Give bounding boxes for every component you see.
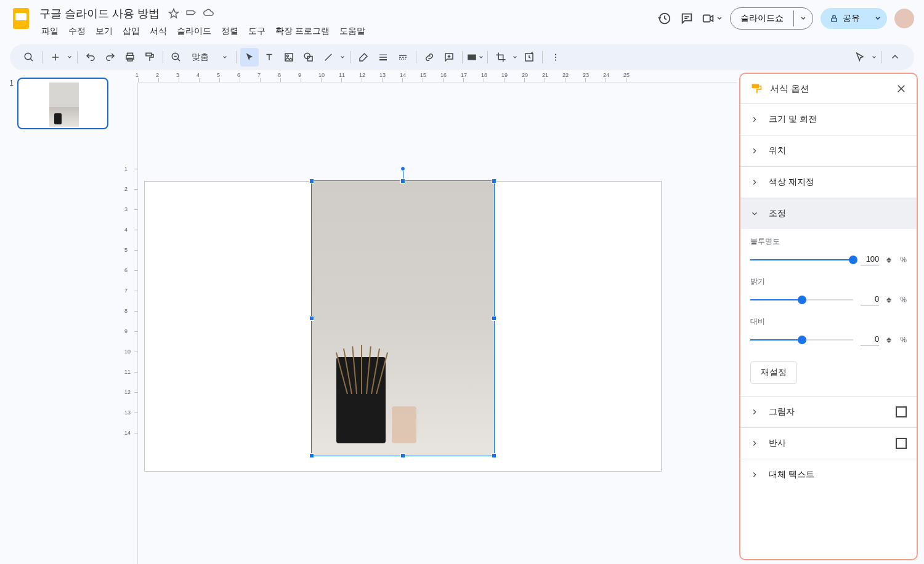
selected-image[interactable] xyxy=(311,180,495,456)
history-icon[interactable] xyxy=(657,11,672,26)
zoom-select[interactable]: 맞춤 xyxy=(187,48,232,66)
menu-extensions[interactable]: 확장 프로그램 xyxy=(271,23,334,39)
menu-view[interactable]: 보기 xyxy=(91,23,117,39)
shadow-checkbox[interactable] xyxy=(896,406,907,417)
border-dash-icon[interactable] xyxy=(394,48,412,66)
slideshow-dropdown[interactable] xyxy=(793,10,813,26)
motion-icon[interactable] xyxy=(851,48,869,66)
menu-bar: 파일 수정 보기 삽입 서식 슬라이드 정렬 도구 확장 프로그램 도움말 xyxy=(37,23,652,39)
crop-dropdown[interactable] xyxy=(511,48,519,66)
section-adjust[interactable]: 조정 xyxy=(740,198,917,229)
select-tool-icon[interactable] xyxy=(240,48,259,66)
share-button[interactable]: 공유 xyxy=(821,8,887,29)
brightness-spinner[interactable] xyxy=(886,297,893,303)
move-icon[interactable] xyxy=(185,8,197,19)
motion-dropdown[interactable] xyxy=(870,48,878,66)
reflection-checkbox[interactable] xyxy=(896,438,907,449)
resize-handle[interactable] xyxy=(309,316,314,321)
search-icon[interactable] xyxy=(20,48,38,66)
slide-thumbnail[interactable]: 1 xyxy=(5,78,118,129)
opacity-slider[interactable] xyxy=(750,259,853,260)
resize-handle[interactable] xyxy=(309,179,314,183)
textbox-icon[interactable] xyxy=(260,48,278,66)
lock-icon xyxy=(829,14,839,23)
avatar[interactable] xyxy=(894,9,914,28)
undo-icon[interactable] xyxy=(81,48,100,66)
resize-handle[interactable] xyxy=(400,179,405,183)
menu-tools[interactable]: 도구 xyxy=(244,23,270,39)
slides-logo[interactable] xyxy=(10,7,32,30)
menu-edit[interactable]: 수정 xyxy=(64,23,90,39)
section-shadow[interactable]: 그림자 xyxy=(740,397,917,427)
section-alt-text[interactable]: 대체 텍스트 xyxy=(740,459,917,490)
redo-icon[interactable] xyxy=(101,48,120,66)
reset-image-icon[interactable] xyxy=(520,48,538,66)
contrast-slider[interactable] xyxy=(750,339,853,340)
slide-page[interactable] xyxy=(144,181,662,472)
image-icon[interactable] xyxy=(280,48,298,66)
chevron-right-icon xyxy=(750,147,759,155)
link-icon[interactable] xyxy=(420,48,439,66)
svg-rect-22 xyxy=(405,58,406,60)
resize-handle[interactable] xyxy=(492,453,496,458)
menu-insert[interactable]: 삽입 xyxy=(118,23,144,39)
brightness-value[interactable]: 0 xyxy=(861,294,879,305)
comment-add-icon[interactable] xyxy=(440,48,458,66)
close-icon[interactable] xyxy=(896,83,907,94)
crop-icon[interactable] xyxy=(492,48,510,66)
print-icon[interactable] xyxy=(121,48,139,66)
format-options-panel: 서식 옵션 크기 및 회전 위치 색상 재지정 조정 xyxy=(739,73,918,560)
cloud-icon[interactable] xyxy=(203,8,214,19)
resize-handle[interactable] xyxy=(492,316,496,321)
opacity-spinner[interactable] xyxy=(886,257,893,263)
brightness-slider[interactable] xyxy=(750,299,853,300)
section-recolor[interactable]: 색상 재지정 xyxy=(740,167,917,198)
rotation-handle[interactable] xyxy=(400,166,405,171)
section-size-rotation[interactable]: 크기 및 회전 xyxy=(740,104,917,135)
svg-rect-15 xyxy=(399,55,407,56)
svg-rect-8 xyxy=(285,54,293,61)
comment-icon[interactable] xyxy=(679,11,694,26)
section-reflection[interactable]: 반사 xyxy=(740,428,917,459)
star-icon[interactable] xyxy=(168,8,179,19)
svg-point-27 xyxy=(555,59,556,60)
border-color-icon[interactable] xyxy=(354,48,373,66)
reset-button[interactable]: 재설정 xyxy=(750,361,797,384)
svg-rect-1 xyxy=(832,18,837,22)
more-icon[interactable] xyxy=(546,48,565,66)
line-dropdown[interactable] xyxy=(339,48,346,66)
contrast-spinner[interactable] xyxy=(886,337,893,343)
new-slide-dropdown[interactable] xyxy=(66,48,73,66)
line-icon[interactable] xyxy=(319,48,338,66)
slideshow-button[interactable]: 슬라이드쇼 xyxy=(730,7,813,30)
menu-file[interactable]: 파일 xyxy=(37,23,63,39)
shape-icon[interactable] xyxy=(299,48,318,66)
mask-icon[interactable] xyxy=(466,48,484,66)
chevron-right-icon xyxy=(750,115,759,124)
resize-handle[interactable] xyxy=(492,179,496,183)
canvas[interactable] xyxy=(138,83,737,564)
contrast-value[interactable]: 0 xyxy=(861,334,879,345)
menu-help[interactable]: 도움말 xyxy=(335,23,370,39)
slideshow-label[interactable]: 슬라이드쇼 xyxy=(731,8,793,29)
menu-format[interactable]: 서식 xyxy=(145,23,171,39)
new-slide-icon[interactable] xyxy=(46,48,65,66)
svg-rect-13 xyxy=(379,57,387,58)
zoom-icon[interactable] xyxy=(167,48,185,66)
doc-title[interactable]: 구글 슬라이드 사용 방법 xyxy=(37,5,162,22)
section-position[interactable]: 위치 xyxy=(740,135,917,166)
opacity-value[interactable]: 100 xyxy=(861,254,879,265)
resize-handle[interactable] xyxy=(309,453,314,458)
menu-arrange[interactable]: 정렬 xyxy=(217,23,243,39)
toolbar: 맞춤 xyxy=(10,44,914,70)
border-weight-icon[interactable] xyxy=(374,48,392,66)
menu-slide[interactable]: 슬라이드 xyxy=(172,23,216,39)
svg-point-2 xyxy=(25,53,31,60)
paint-format-icon[interactable] xyxy=(140,48,159,66)
resize-handle[interactable] xyxy=(400,453,405,458)
collapse-icon[interactable] xyxy=(886,48,904,66)
share-dropdown[interactable] xyxy=(869,10,887,26)
brightness-label: 밝기 xyxy=(750,276,907,287)
meet-icon[interactable] xyxy=(702,11,723,26)
chevron-right-icon xyxy=(750,408,759,416)
